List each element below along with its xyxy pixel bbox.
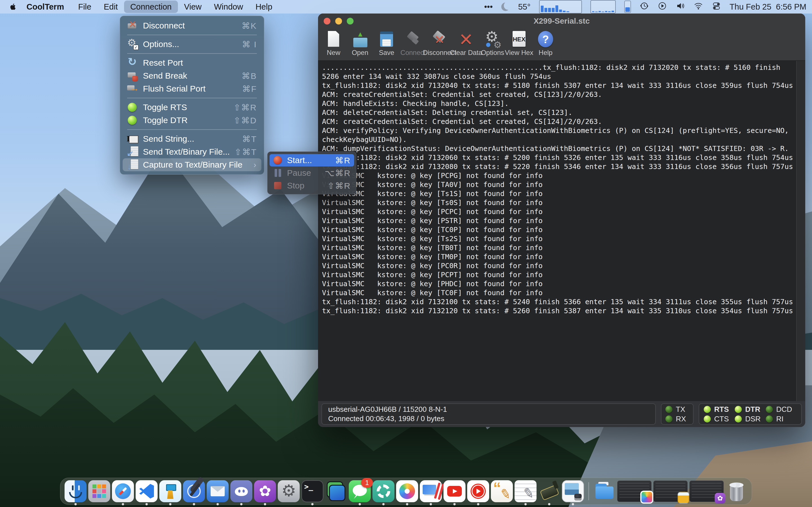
terminal-area[interactable]: ........................................… [318,61,805,401]
network-graph-widget[interactable] [591,0,616,13]
submenu-item-start[interactable]: Start...⌘R [269,154,354,166]
cpu-graph-widget[interactable] [539,0,582,13]
toolbar-open-button[interactable]: Open [348,31,372,57]
menubar-clock[interactable]: Thu Feb 25 6:56 PM [730,2,806,11]
indicator-label: DCD [776,405,792,414]
menu-item-capture-to-text-binary-file[interactable]: Capture to Text/Binary File› [123,158,261,171]
flush-icon [127,83,139,94]
dock-messages[interactable]: 1 [349,480,371,502]
dock-terminal[interactable] [301,480,323,502]
dock-image-viewer[interactable] [562,480,584,502]
menubar-menu-window[interactable]: Window [208,1,249,13]
running-indicator-dot [240,503,243,505]
toolbar-options-button[interactable]: Options [480,31,505,57]
menubar-menu-view[interactable]: View [178,1,208,13]
submenu-item-shortcut: ⇧⌘R [327,181,351,191]
window-titlebar[interactable]: X299-Serial.stc [318,13,805,29]
dock-parallels[interactable] [420,480,442,502]
dock-finder[interactable] [64,480,87,502]
more-status-icon[interactable]: ••• [484,2,493,11]
menu-item-send-string[interactable]: Send String...⌘T [123,132,261,145]
terminal-line: checkKeybagUUID=NO). [322,135,795,144]
menu-item-reset-port[interactable]: Reset Port [123,56,261,69]
toolbar-save-button[interactable]: Save [374,31,399,57]
dock-youtube[interactable] [444,480,465,502]
wifi-icon[interactable] [694,1,703,13]
menu-item-shortcut: ⌘T [242,134,257,144]
menu-item-send-text-binary-file[interactable]: Send Text/Binary File...⇧⌘T [123,145,261,158]
menubar-menu-file[interactable]: File [72,1,98,13]
submenu-item-pause[interactable]: Pause⌥⌘R [269,167,354,179]
toolbar-disconnect-button[interactable]: ✕Disconnect [427,31,452,57]
running-indicator-dot [477,503,479,505]
time-machine-icon[interactable] [640,1,649,13]
dock-pixelmator[interactable]: ✿ [254,480,276,502]
indicator-dtr: DTR [735,405,766,414]
toolbar-label: View Hex [505,49,534,57]
dock-minimized-window-tower[interactable] [653,481,688,502]
menu-item-label: Send Text/Binary File... [143,147,235,157]
dock-tower[interactable] [159,480,181,502]
menubar-menu-edit[interactable]: Edit [98,1,124,13]
toolbar-help-button[interactable]: ?Help [533,31,558,57]
menubar-app-name[interactable]: CoolTerm [20,1,70,13]
menu-item-options[interactable]: Options...⌘ I [123,38,261,51]
battery-widget[interactable] [624,1,631,13]
dock-safari[interactable] [112,480,134,502]
toolbar-connect-button[interactable]: Connect [401,31,425,57]
apple-menu[interactable] [6,0,20,13]
dock-vscode[interactable] [136,480,158,502]
temperature-status[interactable]: 55° [518,2,530,11]
clock-date: Thu Feb 25 [730,2,771,11]
menu-item-toggle-dtr[interactable]: Toggle DTR⇧⌘D [123,114,261,127]
menu-item-label: Capture to Text/Binary File [143,160,253,170]
terminal-line: tx_flush:1182: disk2 xid 7132060 tx stat… [322,153,795,162]
dock-launchpad[interactable] [88,480,110,502]
menu-item-shortcut: ⇧⌘T [235,147,257,157]
dock-settings[interactable]: ⚙ [278,480,300,502]
dock-xcode[interactable] [183,480,205,502]
running-indicator-dot [524,503,527,505]
dock-downloads-folder[interactable] [594,480,615,502]
submenu-chevron-icon: › [253,160,257,170]
connection-menu: Disconnect⌘KOptions...⌘ IReset PortSend … [120,16,264,175]
toolbar-new-button[interactable]: New [321,31,346,57]
menubar-menu-connection[interactable]: Connection [124,1,178,13]
terminal-line: VirtualSMC kstore: @ key [PCPG] not foun… [322,171,795,180]
terminal-scrollbar[interactable] [796,61,805,401]
menu-bar: CoolTerm FileEditConnectionViewWindowHel… [0,0,812,13]
menu-item-shortcut: ⌘F [242,84,257,94]
dock-discord[interactable] [231,480,252,502]
dock-screens[interactable] [325,480,347,502]
submenu-item-stop[interactable]: Stop⇧⌘R [269,179,354,192]
toolbar-label: Clear Data [450,49,483,57]
dock-minimized-window-photos[interactable] [617,481,652,502]
dock-coolterm[interactable] [538,480,560,502]
menubar-menus: FileEditConnectionViewWindowHelp [72,1,278,13]
dock-mail[interactable] [207,480,229,502]
menu-item-toggle-rts[interactable]: Toggle RTS⇧⌘R [123,101,261,114]
menu-item-flush-serial-port[interactable]: Flush Serial Port⌘F [123,82,261,95]
dock-sync[interactable] [372,480,395,502]
dock-textedit[interactable] [515,480,537,502]
dock-youtube-music[interactable] [467,480,489,502]
menu-item-disconnect[interactable]: Disconnect⌘K [123,19,261,32]
submenu-item-label: Start... [287,156,335,165]
toolbar-view-hex-button[interactable]: HEXView Hex [507,31,531,57]
terminal-line: VirtualSMC kstore: @ key [TA0V] not foun… [322,180,795,189]
focus-moon-icon[interactable] [501,3,510,11]
volume-icon[interactable] [675,1,685,13]
menubar-menu-help[interactable]: Help [249,1,278,13]
menu-item-send-break[interactable]: Send Break⌘B [123,69,261,82]
menu-item-label: Send String... [143,134,242,144]
control-center-icon[interactable] [712,1,721,13]
toolbar-clear-data-button[interactable]: ✕Clear Data [454,31,478,57]
dock-trash[interactable] [725,480,748,502]
coolterm-window: X299-Serial.stc NewOpenSaveConnect✕Disco… [318,13,805,427]
play-status-icon[interactable] [658,1,667,13]
dock-pages[interactable] [491,480,513,502]
dock-minimized-window-flower[interactable]: ✿ [689,481,724,502]
terminal-line: tx_flush:1182: disk2 xid 7132120 tx stat… [322,306,795,316]
menu-item-label: Flush Serial Port [143,84,242,94]
dock-photos[interactable] [396,480,418,502]
